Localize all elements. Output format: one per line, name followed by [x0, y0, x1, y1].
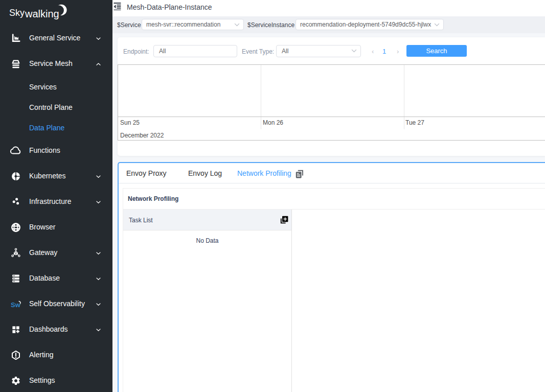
svg-text:walking: walking	[25, 8, 59, 19]
svg-text:Sky: Sky	[9, 8, 25, 18]
svg-text:Sw: Sw	[11, 301, 21, 309]
